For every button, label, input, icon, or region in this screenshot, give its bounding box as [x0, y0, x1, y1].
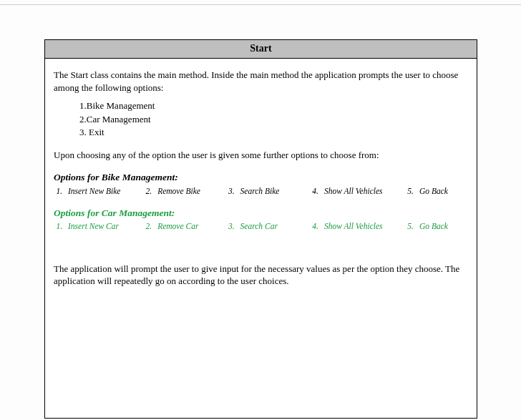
menu-item-car: 2.Car Management — [79, 113, 468, 126]
title-bar: Start — [45, 40, 477, 59]
bike-options-label: Options for Bike Management: — [54, 171, 468, 184]
opt-num: 4. — [310, 186, 318, 197]
opt-num: 4. — [310, 221, 318, 233]
bike-options-row: 1.Insert New Bike 2.Remove Bike 3.Search… — [54, 186, 468, 197]
opt-text: Show All Vehicles — [324, 186, 383, 197]
document-page: Start The Start class contains the main … — [0, 5, 521, 420]
car-opt-insert: 1.Insert New Car — [54, 221, 143, 233]
car-opt-showall: 4.Show All Vehicles — [310, 221, 405, 233]
opt-text: Insert New Car — [68, 221, 119, 233]
bike-opt-showall: 4.Show All Vehicles — [310, 186, 405, 197]
bike-opt-search: 3.Search Bike — [226, 186, 310, 197]
intro-paragraph: The Start class contains the main method… — [54, 69, 468, 94]
opt-num: 5. — [405, 221, 414, 233]
menu-item-bike: 1.Bike Management — [79, 99, 468, 112]
document-body: The Start class contains the main method… — [45, 59, 477, 302]
opt-num: 2. — [143, 221, 152, 233]
title-text: Start — [250, 43, 271, 54]
opt-text: Show All Vehicles — [324, 221, 383, 233]
car-options-label: Options for Car Management: — [54, 207, 468, 220]
opt-num: 1. — [54, 221, 62, 233]
bike-opt-goback: 5.Go Back — [405, 186, 468, 197]
car-options-row: 1.Insert New Car 2.Remove Car 3.Search C… — [54, 221, 468, 233]
opt-text: Go Back — [419, 186, 448, 197]
further-paragraph: Upon choosing any of the option the user… — [54, 149, 468, 162]
main-menu-list: 1.Bike Management 2.Car Management 3. Ex… — [79, 99, 468, 139]
car-opt-search: 3.Search Car — [226, 221, 310, 233]
opt-text: Remove Car — [157, 221, 198, 233]
bike-opt-insert: 1.Insert New Bike — [54, 186, 143, 197]
car-opt-remove: 2.Remove Car — [143, 221, 225, 233]
document-frame: Start The Start class contains the main … — [44, 39, 477, 419]
opt-text: Search Car — [240, 221, 278, 233]
opt-num: 3. — [226, 186, 235, 197]
closing-paragraph: The application will prompt the user to … — [54, 263, 468, 288]
menu-item-exit: 3. Exit — [79, 126, 468, 139]
opt-num: 3. — [226, 221, 235, 233]
opt-text: Search Bike — [240, 186, 280, 197]
opt-num: 5. — [405, 186, 414, 197]
car-opt-goback: 5.Go Back — [405, 221, 468, 233]
opt-num: 1. — [54, 186, 62, 197]
bike-opt-remove: 2.Remove Bike — [143, 186, 225, 197]
opt-text: Go Back — [419, 221, 448, 233]
opt-num: 2. — [143, 186, 152, 197]
opt-text: Insert New Bike — [68, 186, 120, 197]
opt-text: Remove Bike — [157, 186, 200, 197]
